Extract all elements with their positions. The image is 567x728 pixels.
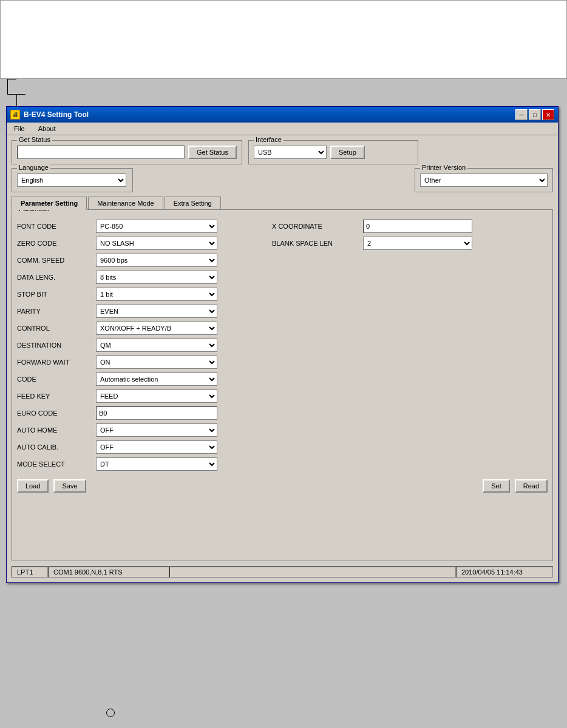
menu-about[interactable]: About <box>35 124 59 133</box>
param-row-x-coordinate: X COORDINATE <box>272 220 548 233</box>
close-button[interactable]: ✕ <box>542 109 554 120</box>
printer-version-select[interactable]: Other V1.0 V2.0 <box>420 174 548 187</box>
status-bar: LPT1 COM1 9600,N,8,1 RTS 2010/04/05 11:1… <box>12 566 553 578</box>
font-code-select[interactable]: PC-850PC-437 <box>96 220 217 233</box>
feed-key-select[interactable]: FEEDREPRINTNONE <box>96 389 217 403</box>
bottom-bar: Load Save Set Read <box>17 474 548 493</box>
interface-select[interactable]: USB COM1 LPT1 <box>254 146 327 159</box>
param-row-auto-calib: AUTO CALIB. OFFON <box>17 440 260 454</box>
data-leng-select[interactable]: 8 bits7 bits <box>96 271 217 284</box>
param-row-comm-speed: COMM. SPEED 9600 bps19200 bps38400 bps <box>17 254 260 267</box>
param-row-euro-code: EURO CODE <box>17 406 260 420</box>
param-row-feed-key: FEED KEY FEEDREPRINTNONE <box>17 389 260 403</box>
forward-wait-select[interactable]: ONOFF <box>96 356 217 369</box>
param-row-parity: PARITY EVENODDNONE <box>17 305 260 318</box>
read-button[interactable]: Read <box>515 479 548 493</box>
status-port2: COM1 9600,N,8,1 RTS <box>48 567 169 578</box>
control-label: CONTROL <box>17 325 96 332</box>
tabs-container: Parameter Setting Maintenance Mode Extra… <box>12 196 553 209</box>
printer-version-title: Printer Version <box>420 164 467 171</box>
app-icon: 🖨 <box>10 110 20 120</box>
param-row-control: CONTROL XON/XOFF + READY/BXON/XOFFREADY/… <box>17 322 260 335</box>
tab-maintenance-mode[interactable]: Maintenance Mode <box>88 197 163 210</box>
param-row-data-leng: DATA LENG. 8 bits7 bits <box>17 271 260 284</box>
code-select[interactable]: Automatic selectionASCIIJIS <box>96 372 217 386</box>
window-title: B-EV4 Setting Tool <box>24 110 89 119</box>
zero-code-select[interactable]: NO SLASHSLASH <box>96 237 217 250</box>
param-row-destination: DESTINATION QMJPUS <box>17 339 260 352</box>
title-controls: ─ □ ✕ <box>515 109 554 120</box>
language-group: Language English Japanese German French <box>12 168 133 192</box>
auto-calib-label: AUTO CALIB. <box>17 443 96 451</box>
param-right-column: X COORDINATE BLANK SPACE LEN 2134 <box>272 220 548 474</box>
param-row-stop-bit: STOP BIT 1 bit2 bits <box>17 288 260 301</box>
window-body: Get Status Get Status Interface USB COM1… <box>7 135 558 582</box>
mode-select-select[interactable]: DTTTRAUTO <box>96 457 217 471</box>
param-row-mode-select: MODE SELECT DTTTRAUTO <box>17 457 260 471</box>
param-row-blank-space-len: BLANK SPACE LEN 2134 <box>272 237 548 250</box>
get-status-group: Get Status Get Status <box>12 140 242 164</box>
status-port1: LPT1 <box>12 567 48 578</box>
setup-button[interactable]: Setup <box>330 146 365 159</box>
status-datetime: 2010/04/05 11:14:43 <box>456 567 553 578</box>
parity-label: PARITY <box>17 308 96 315</box>
menu-bar: File About <box>7 123 558 135</box>
destination-label: DESTINATION <box>17 342 96 349</box>
param-left-column: FONT CODE PC-850PC-437 ZERO CODE NO SLAS… <box>17 220 260 474</box>
stop-bit-select[interactable]: 1 bit2 bits <box>96 288 217 301</box>
decoration-circle <box>106 709 115 717</box>
zero-code-label: ZERO CODE <box>17 240 96 247</box>
data-leng-label: DATA LENG. <box>17 274 96 281</box>
euro-code-input[interactable] <box>96 406 217 420</box>
comm-speed-select[interactable]: 9600 bps19200 bps38400 bps <box>96 254 217 267</box>
x-coordinate-input[interactable] <box>363 220 472 233</box>
parity-select[interactable]: EVENODDNONE <box>96 305 217 318</box>
printer-version-group: Printer Version Other V1.0 V2.0 <box>415 168 553 192</box>
auto-home-select[interactable]: OFFON <box>96 423 217 437</box>
get-status-button[interactable]: Get Status <box>188 146 237 159</box>
language-title: Language <box>17 164 50 171</box>
param-row-font-code: FONT CODE PC-850PC-437 <box>17 220 260 233</box>
code-label: CODE <box>17 376 96 383</box>
title-bar: 🖨 B-EV4 Setting Tool ─ □ ✕ <box>7 107 558 123</box>
interface-title: Interface <box>254 136 284 143</box>
feed-key-label: FEED KEY <box>17 393 96 400</box>
parameter-panel: Parameter FONT CODE PC-850PC-437 ZERO CO… <box>12 209 553 561</box>
menu-file[interactable]: File <box>10 124 29 133</box>
auto-home-label: AUTO HOME <box>17 426 96 434</box>
language-select[interactable]: English Japanese German French <box>17 174 126 187</box>
set-button[interactable]: Set <box>483 479 510 493</box>
load-button[interactable]: Load <box>17 479 49 493</box>
param-row-zero-code: ZERO CODE NO SLASHSLASH <box>17 237 260 250</box>
status-middle <box>169 567 456 578</box>
blank-space-len-select[interactable]: 2134 <box>363 237 472 250</box>
font-code-label: FONT CODE <box>17 223 96 230</box>
x-coordinate-label: X COORDINATE <box>272 223 363 230</box>
param-row-forward-wait: FORWARD WAIT ONOFF <box>17 356 260 369</box>
tab-parameter-setting[interactable]: Parameter Setting <box>12 197 87 210</box>
control-select[interactable]: XON/XOFF + READY/BXON/XOFFREADY/BUSY <box>96 322 217 335</box>
get-status-title: Get Status <box>17 136 52 143</box>
euro-code-label: EURO CODE <box>17 410 96 417</box>
get-status-input[interactable] <box>17 146 185 159</box>
main-window: 🖨 B-EV4 Setting Tool ─ □ ✕ File About Ge… <box>6 106 559 583</box>
minimize-button[interactable]: ─ <box>515 109 528 120</box>
auto-calib-select[interactable]: OFFON <box>96 440 217 454</box>
param-row-auto-home: AUTO HOME OFFON <box>17 423 260 437</box>
param-row-code: CODE Automatic selectionASCIIJIS <box>17 372 260 386</box>
interface-group: Interface USB COM1 LPT1 Setup <box>248 140 418 164</box>
stop-bit-label: STOP BIT <box>17 291 96 298</box>
maximize-button[interactable]: □ <box>529 109 541 120</box>
forward-wait-label: FORWARD WAIT <box>17 359 96 366</box>
comm-speed-label: COMM. SPEED <box>17 257 96 264</box>
blank-space-len-label: BLANK SPACE LEN <box>272 240 363 247</box>
tab-extra-setting[interactable]: Extra Setting <box>165 197 221 210</box>
save-button[interactable]: Save <box>53 479 86 493</box>
mode-select-label: MODE SELECT <box>17 460 96 468</box>
destination-select[interactable]: QMJPUS <box>96 339 217 352</box>
